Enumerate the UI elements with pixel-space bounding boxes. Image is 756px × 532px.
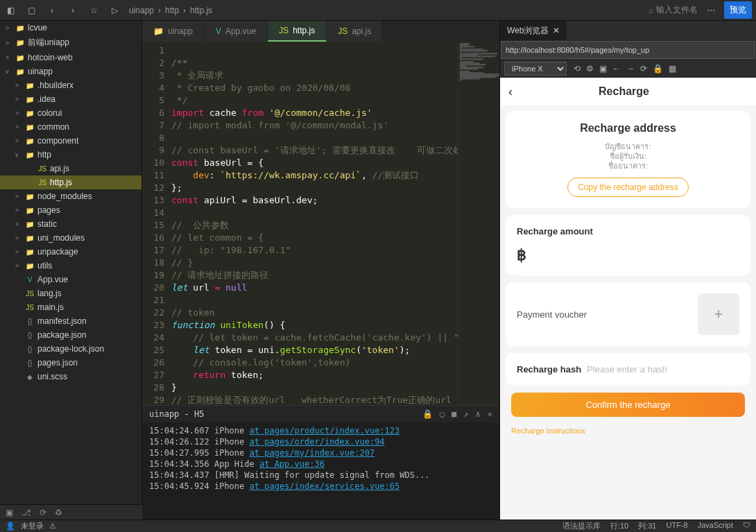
tree-item[interactable]: {}package.json [0,328,141,342]
tree-item[interactable]: {}pages.json [0,356,141,370]
top-toolbar: ◧ ▢ ‹ › ☆ ▷ uinapp› http› http.js ⌕ 输入文件… [0,0,756,21]
nav-back-icon[interactable]: ← [612,64,621,74]
console-output[interactable]: 15:04:24.607 iPhone at pages/product/ind… [142,422,499,520]
forward-icon[interactable]: › [67,4,79,17]
star-icon[interactable]: ☆ [87,4,100,17]
gear-icon[interactable]: ⚙ [586,64,594,74]
copy-address-button[interactable]: Copy the recharge address [567,178,689,197]
tree-label: pages [37,205,60,215]
tree-item[interactable]: >📁component [0,134,141,148]
tree-item[interactable]: >📁lcvue [0,21,141,35]
instructions-link[interactable]: Recharge instructions [506,420,750,442]
tree-item[interactable]: >📁utils [0,259,141,273]
tree-item[interactable]: >📁hotcoin-web [0,51,141,65]
tree-item[interactable]: >📁uni_modules [0,231,141,245]
editor-tab[interactable]: 📁uinapp [142,21,205,42]
run-icon[interactable]: ▷ [108,4,121,17]
collapse-icon[interactable]: ∧ [476,409,481,419]
code-content[interactable]: /** * 全局请求 * Created by gaobo on 2020/08… [171,42,458,405]
tree-item[interactable]: VApp.vue [0,273,141,286]
console-link[interactable]: at pages/my/index.vue:207 [250,448,375,458]
panel-icon[interactable]: ◧ [4,4,17,17]
user-icon[interactable]: 👤 [6,522,15,531]
url-bar[interactable]: http://localhost:8080/h5#/pages/my/top_u… [501,41,755,59]
folder-icon: 📁 [25,122,35,132]
confirm-button[interactable]: Confirm the recharge [511,393,745,417]
tree-item[interactable]: JShttp.js [0,175,141,189]
preview-button[interactable]: 预览 [724,1,752,19]
breadcrumb-part[interactable]: http [165,6,179,15]
device-select[interactable]: iPhone X [504,62,567,76]
console-link[interactable]: at pages/index/services.vue:65 [250,481,400,491]
circle-icon[interactable]: ◯ [440,409,445,419]
tree-item[interactable]: {}manifest.json [0,314,141,328]
browser-tab[interactable]: Web浏览器 ✕ [500,21,567,40]
breadcrumb-part[interactable]: uinapp [129,6,154,15]
save-icon[interactable]: ▢ [25,4,37,17]
editor-tab[interactable]: VApp.vue [205,21,268,42]
editor-tab[interactable]: JSapi.js [327,21,383,42]
tree-item[interactable]: v📁uinapp [0,65,141,78]
js-icon: JS [25,289,35,298]
grid-icon[interactable]: ▦ [669,64,676,74]
rotate-icon[interactable]: ⟲ [574,64,581,74]
lock-icon[interactable]: 🔒 [422,409,433,419]
tree-item[interactable]: >📁unpackage [0,245,141,259]
folder-icon[interactable]: ▣ [6,508,13,517]
tree-item[interactable]: >📁.hbuilderx [0,78,141,92]
tree-item[interactable]: >📁static [0,217,141,231]
cursor-col[interactable]: 列:31 [638,521,656,531]
nav-fwd-icon[interactable]: → [626,64,635,74]
code-editor[interactable]: 1234567891011121314151617181920212223242… [142,42,499,405]
upload-button[interactable]: + [698,293,739,335]
language-mode[interactable]: JavaScript [698,521,733,531]
login-status[interactable]: 未登录 [21,521,44,531]
editor-tab[interactable]: JShttp.js [268,21,327,42]
stop-icon[interactable]: ■ [452,409,456,419]
lock-icon[interactable]: 🔒 [653,64,663,74]
tree-item[interactable]: JSmain.js [0,300,141,314]
sync-icon[interactable]: ⟳ [40,508,46,517]
syntax-library[interactable]: 语法提示库 [562,521,601,531]
console-link[interactable]: at pages/order/index.vue:94 [250,437,385,447]
js-icon: JS [25,302,35,312]
security-icon[interactable]: 🛡 [743,521,750,531]
file-tree: >📁lcvue>📁前端uniapp>📁hotcoin-webv📁uinapp>📁… [0,21,142,520]
more-icon[interactable]: ⋯ [705,4,717,17]
breadcrumb-part[interactable]: http.js [190,6,212,15]
tree-item[interactable]: JSapi.js [0,162,141,175]
hash-input[interactable]: Please enter a hash [587,364,667,375]
search-icon: ⌕ [648,6,653,15]
tree-item[interactable]: >📁.idea [0,92,141,106]
phone-preview: ‹ Recharge Recharge address บัญชีธนาคาร:… [500,78,756,520]
tree-item[interactable]: v📁http [0,148,141,162]
tree-item[interactable]: >📁前端uniapp [0,35,141,51]
folder-icon: 📁 [153,26,164,36]
tree-item[interactable]: {}package-lock.json [0,342,141,356]
close-icon[interactable]: ✕ [553,26,560,35]
console-link[interactable]: at App.vue:36 [259,459,325,469]
cursor-line[interactable]: 行:10 [610,521,628,531]
link-icon[interactable]: ↗ [463,409,468,419]
tree-item[interactable]: >📁node_modules [0,189,141,203]
search-input[interactable]: ⌕ 输入文件名 [648,4,698,16]
git-icon[interactable]: ⎇ [22,508,31,517]
tree-item[interactable]: ◆uni.scss [0,370,141,384]
folder-icon: 📁 [25,80,35,90]
tree-label: .idea [37,94,55,104]
back-icon[interactable]: ‹ [46,4,58,17]
recycle-icon[interactable]: ♻ [55,508,62,517]
encoding[interactable]: UTF-8 [666,521,687,531]
minimap[interactable]: ██████████ ████ ████ ███████████████ ██ … [458,42,499,405]
tree-item[interactable]: >📁pages [0,203,141,217]
tree-item[interactable]: JSlang.js [0,286,141,300]
tree-label: package.json [37,330,87,340]
refresh-icon[interactable]: ⟳ [640,64,647,74]
screenshot-icon[interactable]: ▣ [599,64,607,74]
tree-item[interactable]: >📁common [0,120,141,134]
close-icon[interactable]: ✕ [488,409,492,419]
warning-icon[interactable]: ⚠ [49,522,56,531]
folder-icon: 📁 [15,38,25,48]
tree-item[interactable]: >📁colorui [0,106,141,120]
console-link[interactable]: at pages/product/index.vue:123 [250,426,400,436]
